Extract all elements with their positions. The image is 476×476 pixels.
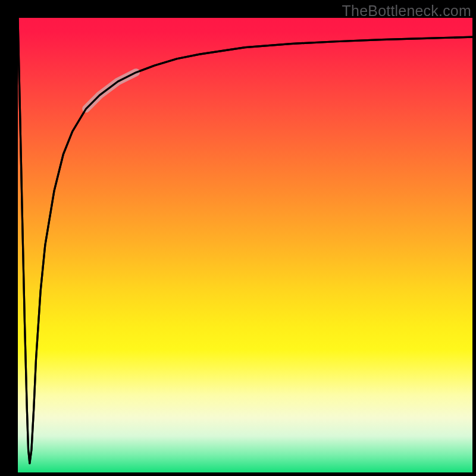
main-curve-top	[18, 18, 472, 464]
highlight-segment	[86, 73, 136, 109]
plot-area	[18, 18, 472, 472]
main-curve	[18, 18, 472, 464]
chart-frame: TheBottleneck.com	[0, 0, 476, 476]
watermark-text: TheBottleneck.com	[342, 2, 471, 20]
curve-layer	[18, 18, 472, 472]
